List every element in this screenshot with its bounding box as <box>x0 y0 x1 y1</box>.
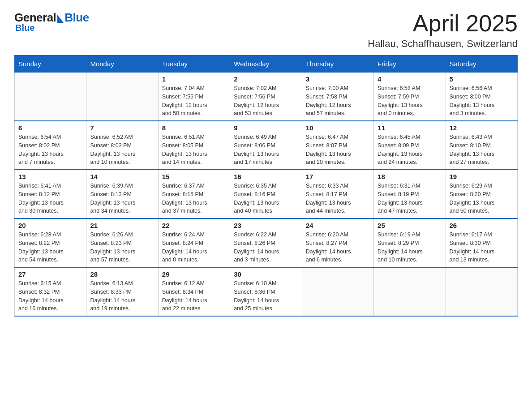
calendar-cell: 6Sunrise: 6:54 AM Sunset: 8:02 PM Daylig… <box>15 121 86 170</box>
calendar-cell: 17Sunrise: 6:33 AM Sunset: 8:17 PM Dayli… <box>302 170 373 218</box>
calendar-cell: 12Sunrise: 6:43 AM Sunset: 8:10 PM Dayli… <box>446 121 517 170</box>
calendar-cell: 20Sunrise: 6:28 AM Sunset: 8:22 PM Dayli… <box>15 218 86 267</box>
calendar-table: SundayMondayTuesdayWednesdayThursdayFrid… <box>14 55 518 317</box>
weekday-header-thursday: Thursday <box>302 56 373 73</box>
calendar-week-row: 20Sunrise: 6:28 AM Sunset: 8:22 PM Dayli… <box>15 218 518 267</box>
calendar-cell: 2Sunrise: 7:02 AM Sunset: 7:56 PM Daylig… <box>230 73 302 121</box>
day-info: Sunrise: 6:28 AM Sunset: 8:22 PM Dayligh… <box>18 231 82 264</box>
calendar-cell: 27Sunrise: 6:15 AM Sunset: 8:32 PM Dayli… <box>15 267 86 316</box>
weekday-header-wednesday: Wednesday <box>230 56 302 73</box>
day-info: Sunrise: 6:17 AM Sunset: 8:30 PM Dayligh… <box>450 231 514 264</box>
day-info: Sunrise: 6:29 AM Sunset: 8:20 PM Dayligh… <box>450 182 514 215</box>
calendar-body: 1Sunrise: 7:04 AM Sunset: 7:55 PM Daylig… <box>15 73 518 317</box>
weekday-header-row: SundayMondayTuesdayWednesdayThursdayFrid… <box>15 56 518 73</box>
calendar-cell: 24Sunrise: 6:20 AM Sunset: 8:27 PM Dayli… <box>302 218 373 267</box>
subtitle: Hallau, Schaffhausen, Switzerland <box>368 38 518 50</box>
day-info: Sunrise: 6:33 AM Sunset: 8:17 PM Dayligh… <box>306 182 370 215</box>
day-number: 28 <box>90 270 154 278</box>
day-number: 8 <box>162 124 226 132</box>
day-number: 11 <box>378 124 442 132</box>
day-info: Sunrise: 6:20 AM Sunset: 8:27 PM Dayligh… <box>306 231 370 264</box>
day-info: Sunrise: 6:10 AM Sunset: 8:36 PM Dayligh… <box>234 279 298 313</box>
calendar-header: SundayMondayTuesdayWednesdayThursdayFrid… <box>15 56 518 73</box>
day-number: 21 <box>90 222 154 229</box>
day-number: 15 <box>162 173 226 180</box>
calendar-cell <box>86 73 158 121</box>
day-info: Sunrise: 7:04 AM Sunset: 7:55 PM Dayligh… <box>162 84 226 118</box>
calendar-cell: 13Sunrise: 6:41 AM Sunset: 8:12 PM Dayli… <box>15 170 86 218</box>
page-header: General Blue Blue April 2025 Hallau, Sch… <box>14 11 518 50</box>
main-title: April 2025 <box>368 11 518 36</box>
day-info: Sunrise: 6:58 AM Sunset: 7:59 PM Dayligh… <box>378 84 442 118</box>
logo-bottom-text: Blue <box>15 23 34 33</box>
calendar-cell: 16Sunrise: 6:35 AM Sunset: 8:16 PM Dayli… <box>230 170 302 218</box>
day-number: 25 <box>378 222 442 229</box>
calendar-cell <box>374 267 446 316</box>
calendar-week-row: 1Sunrise: 7:04 AM Sunset: 7:55 PM Daylig… <box>15 73 518 121</box>
day-number: 26 <box>450 222 514 229</box>
calendar-cell: 15Sunrise: 6:37 AM Sunset: 8:15 PM Dayli… <box>158 170 230 218</box>
calendar-cell: 22Sunrise: 6:24 AM Sunset: 8:24 PM Dayli… <box>158 218 230 267</box>
calendar-cell <box>446 267 517 316</box>
day-info: Sunrise: 6:41 AM Sunset: 8:12 PM Dayligh… <box>18 182 82 215</box>
calendar-cell: 29Sunrise: 6:12 AM Sunset: 8:34 PM Dayli… <box>158 267 230 316</box>
calendar-cell: 21Sunrise: 6:26 AM Sunset: 8:23 PM Dayli… <box>86 218 158 267</box>
day-info: Sunrise: 7:02 AM Sunset: 7:56 PM Dayligh… <box>234 84 298 118</box>
day-info: Sunrise: 6:54 AM Sunset: 8:02 PM Dayligh… <box>18 133 82 167</box>
weekday-header-friday: Friday <box>374 56 446 73</box>
day-info: Sunrise: 6:19 AM Sunset: 8:29 PM Dayligh… <box>378 231 442 264</box>
calendar-week-row: 13Sunrise: 6:41 AM Sunset: 8:12 PM Dayli… <box>15 170 518 218</box>
day-number: 3 <box>306 75 370 83</box>
day-info: Sunrise: 6:35 AM Sunset: 8:16 PM Dayligh… <box>234 182 298 215</box>
day-info: Sunrise: 6:37 AM Sunset: 8:15 PM Dayligh… <box>162 182 226 215</box>
calendar-cell: 1Sunrise: 7:04 AM Sunset: 7:55 PM Daylig… <box>158 73 230 121</box>
calendar-cell: 9Sunrise: 6:49 AM Sunset: 8:06 PM Daylig… <box>230 121 302 170</box>
calendar-cell: 3Sunrise: 7:00 AM Sunset: 7:58 PM Daylig… <box>302 73 373 121</box>
day-number: 19 <box>450 173 514 180</box>
day-number: 7 <box>90 124 154 132</box>
calendar-cell: 14Sunrise: 6:39 AM Sunset: 8:13 PM Dayli… <box>86 170 158 218</box>
calendar-cell: 23Sunrise: 6:22 AM Sunset: 8:26 PM Dayli… <box>230 218 302 267</box>
weekday-header-tuesday: Tuesday <box>158 56 230 73</box>
calendar-week-row: 6Sunrise: 6:54 AM Sunset: 8:02 PM Daylig… <box>15 121 518 170</box>
logo: General Blue Blue <box>14 11 89 33</box>
day-number: 12 <box>450 124 514 132</box>
day-info: Sunrise: 6:12 AM Sunset: 8:34 PM Dayligh… <box>162 279 226 313</box>
calendar-cell: 18Sunrise: 6:31 AM Sunset: 8:19 PM Dayli… <box>374 170 446 218</box>
day-number: 14 <box>90 173 154 180</box>
calendar-cell: 10Sunrise: 6:47 AM Sunset: 8:07 PM Dayli… <box>302 121 373 170</box>
calendar-cell: 30Sunrise: 6:10 AM Sunset: 8:36 PM Dayli… <box>230 267 302 316</box>
day-info: Sunrise: 6:24 AM Sunset: 8:24 PM Dayligh… <box>162 231 226 264</box>
day-number: 27 <box>18 270 82 278</box>
calendar-cell: 28Sunrise: 6:13 AM Sunset: 8:33 PM Dayli… <box>86 267 158 316</box>
weekday-header-monday: Monday <box>86 56 158 73</box>
day-number: 5 <box>450 75 514 83</box>
day-info: Sunrise: 6:49 AM Sunset: 8:06 PM Dayligh… <box>234 133 298 167</box>
day-info: Sunrise: 6:26 AM Sunset: 8:23 PM Dayligh… <box>90 231 154 264</box>
day-number: 23 <box>234 222 298 229</box>
day-number: 24 <box>306 222 370 229</box>
calendar-cell: 4Sunrise: 6:58 AM Sunset: 7:59 PM Daylig… <box>374 73 446 121</box>
day-info: Sunrise: 6:45 AM Sunset: 8:09 PM Dayligh… <box>378 133 442 167</box>
calendar-cell: 26Sunrise: 6:17 AM Sunset: 8:30 PM Dayli… <box>446 218 517 267</box>
day-number: 20 <box>18 222 82 229</box>
day-number: 13 <box>18 173 82 180</box>
day-info: Sunrise: 6:47 AM Sunset: 8:07 PM Dayligh… <box>306 133 370 167</box>
day-number: 17 <box>306 173 370 180</box>
logo-blue-text: Blue <box>64 11 89 25</box>
day-info: Sunrise: 6:31 AM Sunset: 8:19 PM Dayligh… <box>378 182 442 215</box>
day-number: 10 <box>306 124 370 132</box>
day-number: 29 <box>162 270 226 278</box>
day-info: Sunrise: 7:00 AM Sunset: 7:58 PM Dayligh… <box>306 84 370 118</box>
day-number: 22 <box>162 222 226 229</box>
calendar-cell: 5Sunrise: 6:56 AM Sunset: 8:00 PM Daylig… <box>446 73 517 121</box>
weekday-header-sunday: Sunday <box>15 56 86 73</box>
day-info: Sunrise: 6:43 AM Sunset: 8:10 PM Dayligh… <box>450 133 514 167</box>
day-number: 1 <box>162 75 226 83</box>
weekday-header-saturday: Saturday <box>446 56 517 73</box>
calendar-cell: 25Sunrise: 6:19 AM Sunset: 8:29 PM Dayli… <box>374 218 446 267</box>
day-info: Sunrise: 6:39 AM Sunset: 8:13 PM Dayligh… <box>90 182 154 215</box>
calendar-cell: 7Sunrise: 6:52 AM Sunset: 8:03 PM Daylig… <box>86 121 158 170</box>
day-info: Sunrise: 6:56 AM Sunset: 8:00 PM Dayligh… <box>450 84 514 118</box>
day-number: 4 <box>378 75 442 83</box>
